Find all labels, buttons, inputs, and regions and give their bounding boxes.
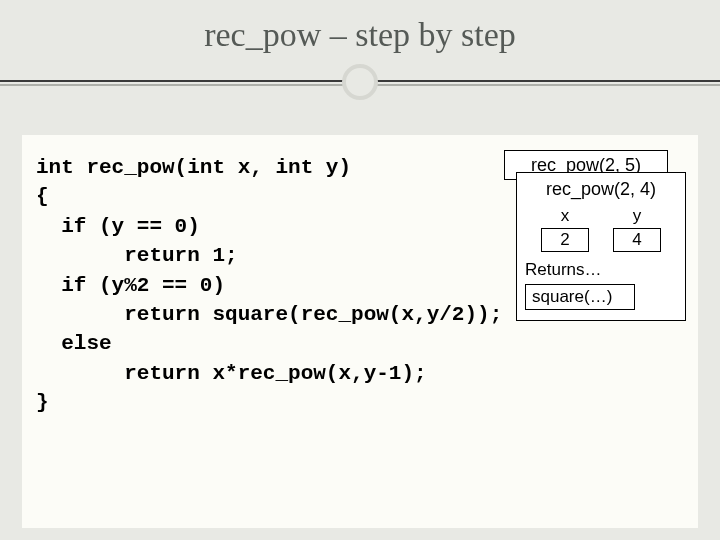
title-area: rec_pow – step by step: [0, 0, 720, 110]
y-value: 4: [613, 228, 661, 252]
y-label: y: [613, 206, 661, 226]
stack-frame-front: rec_pow(2, 4) x y 2 4 Returns… square(…): [516, 172, 686, 321]
slide: rec_pow – step by step int rec_pow(int x…: [0, 0, 720, 540]
x-value: 2: [541, 228, 589, 252]
ring-icon: [342, 64, 378, 100]
stack-frame-title: rec_pow(2, 4): [525, 179, 677, 200]
returns-label: Returns…: [525, 260, 677, 280]
divider: [0, 62, 720, 102]
returns-value: square(…): [525, 284, 635, 310]
slide-title: rec_pow – step by step: [0, 16, 720, 54]
x-label: x: [541, 206, 589, 226]
